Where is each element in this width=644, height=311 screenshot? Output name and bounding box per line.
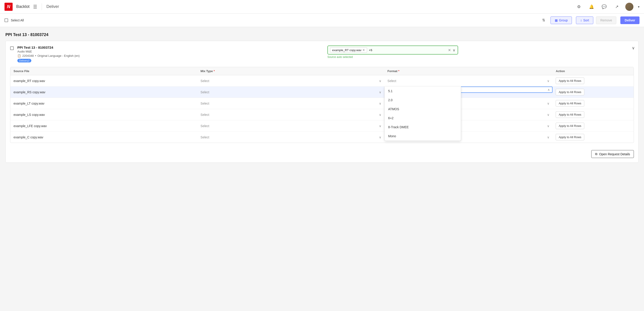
chevron-down-icon: ∨ xyxy=(379,79,381,83)
mix-type-cell[interactable]: Select ∨ xyxy=(198,98,384,109)
format-option-atmos[interactable]: ATMOS xyxy=(385,104,461,114)
calendar-icon: 📋 xyxy=(17,54,21,58)
format-cell-open[interactable]: Select ∧ 5.1 2.0 ATMOS 6+2 8-Track DMEE xyxy=(384,86,553,98)
open-request-label: Open Request Details xyxy=(599,152,630,156)
format-dropdown-wrap: Select ∧ 5.1 2.0 ATMOS 6+2 8-Track DMEE xyxy=(384,86,553,93)
chevron-down-icon: ∨ xyxy=(379,136,381,139)
external-link-icon[interactable]: ↗ xyxy=(613,3,621,11)
top-bar-right: ⚙ 🔔 💬 ↗ ▾ xyxy=(575,3,640,11)
mix-type-select[interactable]: Select ∨ xyxy=(200,136,381,139)
apply-all-rows-button[interactable]: Apply to All Rows xyxy=(556,134,584,140)
format-select[interactable]: Select ∨ xyxy=(388,79,550,83)
action-cell[interactable]: Apply to All Rows xyxy=(552,75,634,86)
sort-button[interactable]: ↕ Sort xyxy=(576,16,593,24)
netflix-logo: N xyxy=(4,3,12,11)
select-all-label: Select All xyxy=(11,18,24,22)
delivery-card: PPI Test 13 - 81003724 Audio M&E 📋 22043… xyxy=(6,41,638,163)
mix-type-cell[interactable]: Select ∨ xyxy=(198,75,384,86)
format-option-62[interactable]: 6+2 xyxy=(385,114,461,122)
format-option-51[interactable]: 5.1 xyxy=(385,86,461,96)
chevron-down-icon: ∨ xyxy=(547,79,549,83)
format-option-mono[interactable]: Mono xyxy=(385,132,461,141)
mix-type-select[interactable]: Select ∨ xyxy=(200,113,381,116)
top-bar: N Backlot ☰ Deliver ⚙ 🔔 💬 ↗ ▾ xyxy=(0,0,644,14)
mix-type-select[interactable]: Select ∨ xyxy=(200,102,381,105)
page-title: Deliver xyxy=(46,4,59,9)
mix-type-cell[interactable]: Select ∨ xyxy=(198,120,384,132)
hamburger-icon[interactable]: ☰ xyxy=(33,4,37,10)
source-auto-label: Source auto selected xyxy=(328,56,634,58)
source-file-cell: example_RS copy.wav xyxy=(10,86,198,98)
group-button[interactable]: ▦ Group xyxy=(550,16,572,24)
meta-lang: Original Language - English (en) xyxy=(38,54,80,58)
table-row: example_LT copy.wav Select ∨ Select ∨ xyxy=(10,98,634,109)
source-clear-icon[interactable]: ✕ xyxy=(448,48,451,52)
format-option-20[interactable]: 2.0 xyxy=(385,96,461,104)
card-subtitle: Audio M&E xyxy=(17,50,324,53)
source-tag-label: example_RT copy.wav xyxy=(332,48,362,52)
source-selector[interactable]: example_RT copy.wav ✕ +5 ✕ ∨ xyxy=(328,46,458,54)
table-row: example_RS copy.wav Select ∨ Select xyxy=(10,86,634,98)
col-header-action: Action xyxy=(552,67,634,75)
select-all-checkbox[interactable] xyxy=(4,18,8,22)
mix-type-select[interactable]: Select ∨ xyxy=(200,79,381,83)
apply-all-rows-button[interactable]: Apply to All Rows xyxy=(556,78,584,84)
collapse-button[interactable]: ∨ xyxy=(632,46,635,50)
action-cell[interactable]: Apply to All Rows xyxy=(552,132,634,143)
apply-all-rows-button[interactable]: Apply to All Rows xyxy=(556,100,584,106)
source-file-cell: example_LS copy.wav xyxy=(10,109,198,120)
app-title: Backlot xyxy=(16,4,30,9)
open-request-button[interactable]: ⧉ Open Request Details xyxy=(591,150,634,158)
apply-all-rows-button[interactable]: Apply to All Rows xyxy=(556,122,584,129)
gear-icon[interactable]: ⚙ xyxy=(575,3,583,11)
table-row: example_LS copy.wav Select ∨ Select ∨ xyxy=(10,109,634,120)
col-header-source: Source File xyxy=(10,67,198,75)
meta-id: 2204348 xyxy=(22,54,34,58)
action-cell[interactable]: Apply to All Rows xyxy=(552,86,634,98)
source-dropdown-icon[interactable]: ∨ xyxy=(453,48,456,52)
col-header-format: Format * xyxy=(384,67,553,75)
format-option-8track[interactable]: 8-Track DMEE xyxy=(385,122,461,132)
action-cell[interactable]: Apply to All Rows xyxy=(552,109,634,120)
mix-type-cell[interactable]: Select ∨ xyxy=(198,109,384,120)
source-file-cell: example_LFE copy.wav xyxy=(10,120,198,132)
source-tag-remove-icon[interactable]: ✕ xyxy=(362,48,365,52)
card-title: PPI Test 13 - 81003724 xyxy=(17,46,324,49)
card-info: PPI Test 13 - 81003724 Audio M&E 📋 22043… xyxy=(17,46,324,62)
table-header-row: Source File Mix Type * Format * Action xyxy=(10,67,634,75)
remove-button[interactable]: Remove xyxy=(596,16,616,24)
apply-all-rows-button[interactable]: Apply to All Rows xyxy=(556,89,584,95)
mix-type-cell[interactable]: Select ∨ xyxy=(198,132,384,143)
source-tag[interactable]: example_RT copy.wav ✕ xyxy=(330,47,367,53)
deliver-button[interactable]: Deliver xyxy=(620,16,640,24)
group-title: PPI Test 13 - 81003724 xyxy=(6,32,638,37)
chevron-down-icon: ∨ xyxy=(547,124,549,128)
chat-icon[interactable]: 💬 xyxy=(600,3,608,11)
format-cell[interactable]: Select ∨ xyxy=(384,75,553,86)
mix-type-select[interactable]: Select ∨ xyxy=(200,124,381,128)
chevron-down-icon: ∨ xyxy=(379,124,381,128)
card-checkbox[interactable] xyxy=(10,46,14,50)
avatar-chevron[interactable]: ▾ xyxy=(638,5,640,8)
action-cell[interactable]: Apply to All Rows xyxy=(552,120,634,132)
apply-all-rows-button[interactable]: Apply to All Rows xyxy=(556,111,584,118)
mix-type-select[interactable]: Select ∨ xyxy=(200,90,381,94)
filter-icon[interactable]: ⇅ xyxy=(540,16,548,24)
source-plus: +5 xyxy=(369,48,372,52)
main-content: PPI Test 13 - 81003724 PPI Test 13 - 810… xyxy=(0,27,644,168)
col-header-mixtype: Mix Type * xyxy=(198,67,384,75)
bell-icon[interactable]: 🔔 xyxy=(588,3,596,11)
action-cell[interactable]: Apply to All Rows xyxy=(552,98,634,109)
source-table: Source File Mix Type * Format * Action xyxy=(10,67,634,143)
source-area: example_RT copy.wav ✕ +5 ✕ ∨ Source auto… xyxy=(328,46,634,58)
avatar[interactable] xyxy=(625,3,634,11)
group-icon: ▦ xyxy=(555,18,558,22)
table-row: example_RT copy.wav Select ∨ Select ∨ xyxy=(10,75,634,86)
delivery-badge: Delivery2 xyxy=(17,59,31,62)
external-link-icon: ⧉ xyxy=(595,152,597,156)
table-row: example_C copy.wav Select ∨ Select ∨ xyxy=(10,132,634,143)
mix-type-cell[interactable]: Select ∨ xyxy=(198,86,384,98)
chevron-down-icon: ∨ xyxy=(379,90,381,94)
table-row: example_LFE copy.wav Select ∨ Select ∨ xyxy=(10,120,634,132)
chevron-down-icon: ∨ xyxy=(547,113,549,116)
